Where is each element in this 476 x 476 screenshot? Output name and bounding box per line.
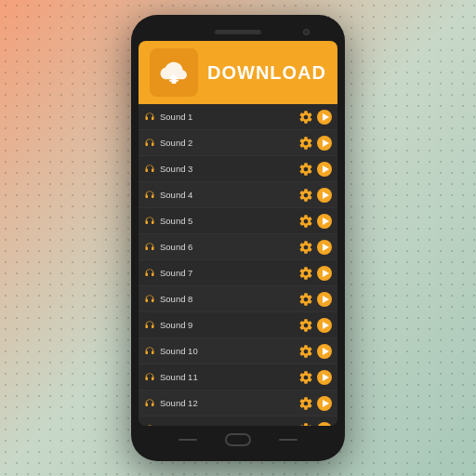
download-cloud-icon [159,58,189,87]
gear-icon[interactable] [298,136,313,151]
play-triangle-icon [323,218,329,225]
sound-name: Sound 4 [155,190,298,200]
gear-icon[interactable] [298,422,313,427]
bottom-right-indicator [279,439,298,441]
home-button[interactable] [225,433,251,446]
gear-icon[interactable] [298,110,313,125]
play-button[interactable] [317,188,332,203]
gear-icon[interactable] [298,344,313,359]
gear-icon[interactable] [298,266,313,281]
phone-speaker [215,30,261,34]
play-triangle-icon [323,165,329,173]
phone-bottom [139,426,337,454]
gear-icon[interactable] [298,292,313,307]
play-triangle-icon [323,374,329,381]
phone-device: DOWNLOAD Sound 1 Sound 2 [131,15,345,461]
play-button[interactable] [317,162,332,177]
sound-name: Sound 12 [155,398,298,408]
headphone-icon [144,346,155,357]
play-triangle-icon [323,426,329,427]
gear-icon[interactable] [298,188,313,203]
sound-list-item[interactable]: Sound 8 [139,286,337,312]
gear-icon[interactable] [298,370,313,385]
gear-icon[interactable] [298,396,313,411]
sound-list-item[interactable]: Sound 6 [139,234,337,260]
gear-icon[interactable] [298,214,313,229]
play-button[interactable] [317,110,332,125]
play-triangle-icon [323,322,329,329]
sound-list-item[interactable]: Sound 1 [139,104,337,130]
sound-list[interactable]: Sound 1 Sound 2 Sound 3 [139,104,337,426]
play-button[interactable] [317,422,332,427]
play-button[interactable] [317,318,332,333]
sound-name: Sound 6 [155,242,298,252]
sound-name: Sound 13 [155,424,298,426]
headphone-icon [144,112,155,123]
play-triangle-icon [323,113,329,121]
headphone-icon [144,372,155,383]
sound-list-item[interactable]: Sound 12 [139,390,337,416]
play-button[interactable] [317,214,332,229]
sound-name: Sound 10 [155,346,298,356]
bottom-left-indicator [178,439,197,441]
gear-icon[interactable] [298,318,313,333]
play-button[interactable] [317,266,332,281]
play-triangle-icon [323,296,329,303]
download-banner[interactable]: DOWNLOAD [139,41,337,104]
headphone-icon [144,138,155,149]
headphone-icon [144,216,155,227]
play-triangle-icon [323,348,329,355]
sound-name: Sound 3 [155,164,298,174]
download-label: DOWNLOAD [207,62,326,84]
sound-list-item[interactable]: Sound 2 [139,130,337,156]
headphone-icon [144,164,155,175]
phone-camera [303,29,310,35]
gear-icon[interactable] [298,240,313,255]
headphone-icon [144,398,155,409]
play-button[interactable] [317,370,332,385]
sound-name: Sound 2 [155,138,298,148]
phone-screen: DOWNLOAD Sound 1 Sound 2 [139,41,337,426]
play-triangle-icon [323,192,329,199]
sound-name: Sound 7 [155,268,298,278]
headphone-icon [144,242,155,253]
sound-name: Sound 1 [155,112,298,122]
headphone-icon [144,424,155,427]
play-triangle-icon [323,139,329,147]
gear-icon[interactable] [298,162,313,177]
sound-name: Sound 5 [155,216,298,226]
sound-list-item[interactable]: Sound 7 [139,260,337,286]
sound-list-item[interactable]: Sound 11 [139,364,337,390]
sound-list-item[interactable]: Sound 10 [139,338,337,364]
sound-name: Sound 11 [155,372,298,382]
headphone-icon [144,268,155,279]
headphone-icon [144,294,155,305]
sound-list-item[interactable]: Sound 9 [139,312,337,338]
sound-list-item[interactable]: Sound 3 [139,156,337,182]
headphone-icon [144,190,155,201]
play-button[interactable] [317,240,332,255]
play-triangle-icon [323,400,329,407]
sound-name: Sound 8 [155,294,298,304]
play-button[interactable] [317,136,332,151]
sound-name: Sound 9 [155,320,298,330]
play-button[interactable] [317,396,332,411]
play-triangle-icon [323,270,329,277]
sound-list-item[interactable]: Sound 5 [139,208,337,234]
sound-list-item[interactable]: Sound 4 [139,182,337,208]
play-button[interactable] [317,344,332,359]
play-triangle-icon [323,244,329,251]
play-button[interactable] [317,292,332,307]
headphone-icon [144,320,155,331]
sound-list-item[interactable]: Sound 13 [139,416,337,426]
download-icon-box [150,48,198,97]
phone-top-bar [139,22,337,41]
